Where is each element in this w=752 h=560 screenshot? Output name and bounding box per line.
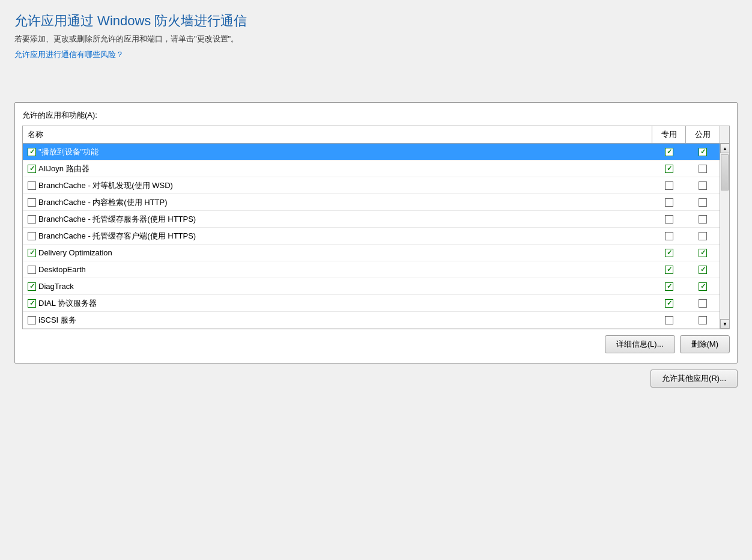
scrollbar[interactable]: ▲ ▼	[720, 144, 729, 329]
row-name-checkbox[interactable]	[28, 165, 36, 173]
panel-label: 允许的应用和功能(A):	[22, 110, 730, 121]
row-name-cell: DiagTrack	[23, 279, 652, 293]
table-row[interactable]: Delivery Optimization	[23, 245, 720, 261]
row-name-checkbox[interactable]	[28, 232, 36, 240]
row-private-cell	[652, 148, 686, 156]
row-private-checkbox[interactable]	[665, 266, 673, 274]
row-name-text: Delivery Optimization	[38, 248, 112, 257]
row-public-cell	[686, 266, 720, 274]
allow-other-apps-button[interactable]: 允许其他应用(R)...	[650, 370, 738, 388]
row-public-cell	[686, 299, 720, 308]
row-name-cell: DIAL 协议服务器	[23, 296, 652, 311]
row-public-checkbox[interactable]	[699, 282, 707, 291]
row-private-cell	[652, 299, 686, 308]
row-public-checkbox[interactable]	[699, 249, 707, 257]
row-name-cell: Delivery Optimization	[23, 246, 652, 260]
scroll-up-button[interactable]: ▲	[720, 144, 730, 153]
row-private-checkbox[interactable]	[665, 299, 673, 308]
row-private-cell	[652, 165, 686, 173]
table-row[interactable]: "播放到设备"功能	[23, 144, 720, 160]
row-private-cell	[652, 282, 686, 291]
row-private-cell	[652, 198, 686, 207]
row-private-cell	[652, 215, 686, 224]
row-name-checkbox[interactable]	[28, 181, 36, 190]
row-private-cell	[652, 181, 686, 190]
row-name-text: DIAL 协议服务器	[38, 298, 97, 309]
row-private-checkbox[interactable]	[665, 148, 673, 156]
row-private-checkbox[interactable]	[665, 249, 673, 257]
row-public-cell	[686, 215, 720, 224]
row-public-checkbox[interactable]	[699, 299, 707, 308]
row-name-text: DiagTrack	[38, 282, 74, 291]
risks-link[interactable]: 允许应用进行通信有哪些风险？	[14, 50, 124, 59]
row-name-cell: BranchCache - 托管缓存客户端(使用 HTTPS)	[23, 228, 652, 244]
row-name-text: AllJoyn 路由器	[38, 163, 89, 174]
row-private-cell	[652, 232, 686, 240]
row-name-cell: BranchCache - 内容检索(使用 HTTP)	[23, 195, 652, 210]
table-row[interactable]: BranchCache - 托管缓存服务器(使用 HTTPS)	[23, 211, 720, 228]
table-row[interactable]: iSCSI 服务	[23, 312, 720, 329]
row-private-checkbox[interactable]	[665, 181, 673, 190]
subtitle: 若要添加、更改或删除所允许的应用和端口，请单击"更改设置"。	[14, 34, 738, 44]
row-private-checkbox[interactable]	[665, 282, 673, 291]
row-name-cell: AllJoyn 路由器	[23, 161, 652, 177]
table-header: 名称 专用 公用	[23, 126, 729, 144]
table-row[interactable]: DiagTrack	[23, 278, 720, 295]
row-name-text: BranchCache - 对等机发现(使用 WSD)	[38, 180, 173, 191]
row-name-checkbox[interactable]	[28, 198, 36, 207]
row-name-cell: iSCSI 服务	[23, 312, 652, 328]
row-name-checkbox[interactable]	[28, 148, 36, 156]
row-name-checkbox[interactable]	[28, 299, 36, 308]
row-public-checkbox[interactable]	[699, 165, 707, 173]
row-name-checkbox[interactable]	[28, 215, 36, 224]
main-panel: 允许的应用和功能(A): 名称 专用 公用 "播放到设备"功能AllJoyn 路…	[14, 102, 738, 364]
row-private-cell	[652, 316, 686, 324]
row-name-text: BranchCache - 内容检索(使用 HTTP)	[38, 197, 168, 208]
table-row[interactable]: BranchCache - 对等机发现(使用 WSD)	[23, 177, 720, 194]
row-private-checkbox[interactable]	[665, 316, 673, 324]
row-name-text: BranchCache - 托管缓存服务器(使用 HTTPS)	[38, 214, 196, 225]
row-name-text: iSCSI 服务	[38, 315, 76, 326]
scroll-thumb[interactable]	[721, 154, 729, 190]
row-public-checkbox[interactable]	[699, 198, 707, 207]
row-name-text: DesktopEarth	[38, 265, 86, 274]
row-public-cell	[686, 232, 720, 240]
col-name-header: 名称	[23, 126, 652, 143]
row-name-text: BranchCache - 托管缓存客户端(使用 HTTPS)	[38, 231, 196, 242]
row-name-text: "播放到设备"功能	[38, 147, 99, 157]
table-row[interactable]: AllJoyn 路由器	[23, 160, 720, 177]
row-name-checkbox[interactable]	[28, 316, 36, 324]
row-private-checkbox[interactable]	[665, 165, 673, 173]
scroll-down-button[interactable]: ▼	[720, 319, 730, 329]
table-row[interactable]: DesktopEarth	[23, 261, 720, 278]
row-public-cell	[686, 282, 720, 291]
row-private-cell	[652, 249, 686, 257]
bottom-buttons: 详细信息(L)... 删除(M)	[22, 329, 730, 356]
table-row[interactable]: BranchCache - 内容检索(使用 HTTP)	[23, 194, 720, 211]
row-public-checkbox[interactable]	[699, 148, 707, 156]
row-public-checkbox[interactable]	[699, 316, 707, 324]
row-name-checkbox[interactable]	[28, 282, 36, 291]
row-public-cell	[686, 316, 720, 324]
row-public-checkbox[interactable]	[699, 232, 707, 240]
row-private-checkbox[interactable]	[665, 215, 673, 224]
page-title: 允许应用通过 Windows 防火墙进行通信	[14, 12, 738, 30]
row-private-checkbox[interactable]	[665, 198, 673, 207]
row-public-checkbox[interactable]	[699, 215, 707, 224]
details-button[interactable]: 详细信息(L)...	[605, 335, 675, 353]
col-private-header: 专用	[652, 126, 686, 143]
row-public-checkbox[interactable]	[699, 181, 707, 190]
row-name-cell: BranchCache - 托管缓存服务器(使用 HTTPS)	[23, 212, 652, 227]
row-name-checkbox[interactable]	[28, 266, 36, 274]
table-row[interactable]: BranchCache - 托管缓存客户端(使用 HTTPS)	[23, 228, 720, 245]
row-public-checkbox[interactable]	[699, 266, 707, 274]
row-public-cell	[686, 148, 720, 156]
row-private-checkbox[interactable]	[665, 232, 673, 240]
row-name-cell: BranchCache - 对等机发现(使用 WSD)	[23, 178, 652, 193]
scroll-track	[720, 153, 729, 319]
row-name-cell: DesktopEarth	[23, 263, 652, 276]
table-row[interactable]: DIAL 协议服务器	[23, 295, 720, 312]
row-public-cell	[686, 181, 720, 190]
delete-button[interactable]: 删除(M)	[680, 335, 730, 353]
row-name-checkbox[interactable]	[28, 249, 36, 257]
